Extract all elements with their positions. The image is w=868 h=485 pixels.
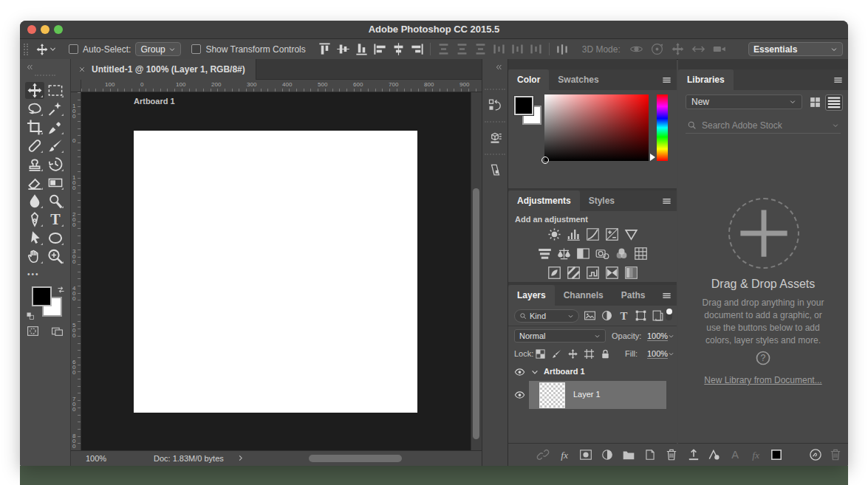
artboard[interactable] xyxy=(134,131,417,413)
pen-tool[interactable] xyxy=(25,211,44,228)
layers-panel-menu-icon[interactable] xyxy=(661,290,672,301)
black-and-white-adjustment-icon[interactable] xyxy=(576,247,590,261)
ruler-corner[interactable] xyxy=(71,80,81,92)
hand-tool[interactable] xyxy=(25,248,44,265)
fill-chevron-icon[interactable] xyxy=(668,351,674,357)
link-layers-icon[interactable] xyxy=(536,448,550,461)
vibrance-adjustment-icon[interactable] xyxy=(624,227,638,241)
artboard-label[interactable]: Artboard 1 xyxy=(134,97,175,106)
distribute-top-edges-icon[interactable] xyxy=(437,42,451,56)
history-panel-icon[interactable] xyxy=(485,89,505,115)
artboard-expand-icon[interactable] xyxy=(530,368,539,376)
filter-shape-layers-icon[interactable] xyxy=(635,309,647,322)
curves-adjustment-icon[interactable] xyxy=(586,227,600,241)
foreground-color-swatch[interactable] xyxy=(514,96,533,115)
distribute-bottom-edges-icon[interactable] xyxy=(474,42,488,56)
workspace-switcher-dropdown[interactable]: Essentials xyxy=(748,42,843,56)
align-bottom-edges-icon[interactable] xyxy=(355,42,369,56)
3d-orbit-icon[interactable] xyxy=(629,42,643,56)
hue-slider[interactable] xyxy=(657,94,668,161)
adjustments-panel-menu-icon[interactable] xyxy=(661,196,672,207)
title-bar[interactable]: Adobe Photoshop CC 2015.5 xyxy=(20,21,848,39)
threshold-adjustment-icon[interactable] xyxy=(586,266,600,280)
quick-mask-button[interactable] xyxy=(26,325,40,337)
3d-camera-icon[interactable] xyxy=(712,42,726,56)
color-lookup-adjustment-icon[interactable] xyxy=(634,247,648,261)
horizontal-ruler[interactable]: 1000100200300400500600700800900 xyxy=(81,80,482,92)
eraser-tool[interactable] xyxy=(25,174,44,191)
layer-name[interactable]: Artboard 1 xyxy=(544,367,585,376)
spot-healing-brush-tool[interactable] xyxy=(25,137,44,154)
filter-type-layers-icon[interactable]: T xyxy=(618,309,630,322)
foreground-color-swatch[interactable] xyxy=(32,286,52,306)
list-view-button[interactable] xyxy=(825,94,843,111)
align-horizontal-centers-icon[interactable] xyxy=(392,42,406,56)
color-field-cursor[interactable] xyxy=(541,156,549,164)
add-layer-style-icon[interactable]: fx xyxy=(749,448,762,461)
status-options-chevron-icon[interactable] xyxy=(236,454,245,462)
tools-panel-grip[interactable] xyxy=(35,75,55,78)
tab-swatches[interactable]: Swatches xyxy=(549,69,607,90)
notes-panel-icon[interactable] xyxy=(485,154,505,180)
layer-row-layer-1[interactable]: Layer 1 xyxy=(508,381,677,409)
library-search-field[interactable]: Search Adobe Stock xyxy=(686,118,841,134)
zoom-tool[interactable] xyxy=(46,248,65,265)
grid-view-icon[interactable] xyxy=(809,96,821,109)
zoom-level-field[interactable]: 100% xyxy=(86,454,106,463)
add-shape-icon[interactable] xyxy=(708,448,721,461)
align-vertical-centers-icon[interactable] xyxy=(336,42,350,56)
add-graphic-icon[interactable] xyxy=(687,448,700,461)
help-icon[interactable]: ? xyxy=(755,350,771,366)
options-bar-grip[interactable] xyxy=(24,44,28,55)
creative-cloud-icon[interactable] xyxy=(809,448,822,461)
lock-transparent-pixels-icon[interactable] xyxy=(535,348,546,360)
screen-mode-button[interactable] xyxy=(50,325,64,337)
distribute-spacing-icon[interactable] xyxy=(556,43,569,56)
dodge-tool[interactable] xyxy=(46,193,65,210)
distribute-right-edges-icon[interactable] xyxy=(529,42,543,56)
vertical-scrollbar-thumb[interactable] xyxy=(473,188,479,439)
lock-image-pixels-icon[interactable] xyxy=(551,348,562,360)
vertical-ruler[interactable]: 1 0 001 0 02 0 03 0 04 0 05 0 06 0 07 0 … xyxy=(71,92,81,450)
show-transform-checkbox[interactable] xyxy=(191,44,201,54)
brush-tool[interactable] xyxy=(46,137,65,154)
gradient-tool[interactable] xyxy=(46,174,65,191)
exposure-adjustment-icon[interactable] xyxy=(605,227,619,241)
blur-tool[interactable] xyxy=(25,193,44,210)
add-character-style-icon[interactable]: A xyxy=(728,448,742,461)
lasso-tool[interactable] xyxy=(25,100,44,117)
default-colors-icon[interactable] xyxy=(26,312,35,320)
hue-saturation-adjustment-icon[interactable] xyxy=(538,247,552,261)
path-selection-tool[interactable] xyxy=(25,230,44,247)
opacity-chevron-icon[interactable] xyxy=(668,333,674,340)
levels-adjustment-icon[interactable] xyxy=(567,227,581,241)
opacity-value[interactable]: 100% xyxy=(647,331,668,341)
filter-pixel-layers-icon[interactable] xyxy=(584,309,596,322)
layer-row-artboard-1[interactable]: Artboard 1 xyxy=(508,363,677,381)
color-panel-menu-icon[interactable] xyxy=(661,75,672,86)
lock-all-icon[interactable] xyxy=(600,348,611,360)
new-library-from-document-link[interactable]: New Library from Document... xyxy=(678,375,848,385)
swap-colors-icon[interactable] xyxy=(56,285,66,295)
photo-filter-adjustment-icon[interactable] xyxy=(595,247,609,261)
filter-adjustment-layers-icon[interactable] xyxy=(601,309,613,322)
align-left-edges-icon[interactable] xyxy=(373,42,387,56)
crop-tool[interactable] xyxy=(25,119,44,136)
blend-mode-dropdown[interactable]: Normal xyxy=(514,329,606,343)
saturation-brightness-field[interactable] xyxy=(544,94,649,161)
auto-select-target-dropdown[interactable]: Group xyxy=(135,42,181,56)
channel-mixer-adjustment-icon[interactable] xyxy=(615,247,629,261)
tab-channels[interactable]: Channels xyxy=(555,285,612,306)
quick-selection-tool[interactable] xyxy=(46,100,65,117)
align-right-edges-icon[interactable] xyxy=(410,42,424,56)
layer-thumbnail[interactable] xyxy=(539,382,565,408)
expand-panels-icon[interactable] xyxy=(494,63,503,72)
drop-target-circle[interactable] xyxy=(728,198,799,269)
color-balance-adjustment-icon[interactable] xyxy=(557,247,571,261)
close-document-icon[interactable] xyxy=(78,66,86,73)
tab-paths[interactable]: Paths xyxy=(612,285,655,306)
distribute-horizontal-centers-icon[interactable] xyxy=(510,42,524,56)
collapse-tools-icon[interactable] xyxy=(25,63,34,72)
layer-visibility-icon[interactable] xyxy=(514,390,525,401)
delete-item-icon[interactable] xyxy=(829,448,842,461)
